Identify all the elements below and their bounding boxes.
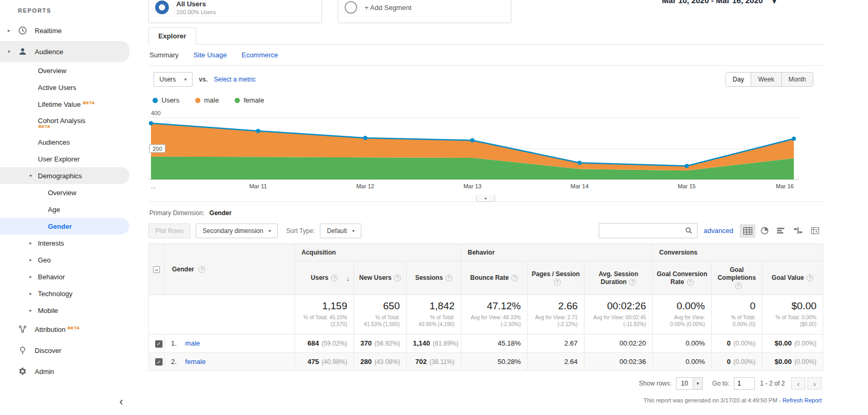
performance-view-icon[interactable] [773,224,789,238]
sidebar-item-audience[interactable]: ▾Audience [0,41,129,62]
select-metric-link[interactable]: Select a metric [214,76,256,83]
sidebar-item-lifetime-value[interactable]: Lifetime ValueBETA [0,96,137,113]
legend-item-users[interactable]: Users [153,96,179,104]
total-sessions: 1,842% of Total: 43.96% (4,190) [407,295,461,335]
sidebar-item-active-users[interactable]: Active Users [0,79,137,96]
chevron-right-icon[interactable]: ▸ [29,257,38,262]
segment-chip-all-users[interactable]: All Users 100.00% Users [148,0,322,23]
chevron-down-icon[interactable]: ▾ [5,49,13,54]
refresh-report-link[interactable]: Refresh Report [782,397,822,403]
comparison-view-icon[interactable] [790,224,806,238]
column-header-bounce-rate[interactable]: Bounce Rate? [461,261,528,295]
group-header-acquisition: Acquisition [295,244,461,261]
dimension-value-link[interactable]: male [185,339,200,347]
column-label: New Users [359,274,391,281]
column-header-goal-value[interactable]: Goal Value? [762,261,823,295]
chevron-down-icon[interactable]: ▾ [29,173,38,178]
help-icon[interactable]: ? [511,275,518,281]
column-header-pages-session[interactable]: Pages / Session? [528,261,584,295]
tab-explorer[interactable]: Explorer [148,27,196,45]
help-icon[interactable]: ? [806,275,813,281]
sidebar-item-geo[interactable]: ▸Geo [0,251,137,268]
search-input[interactable] [599,227,681,235]
help-icon[interactable]: ? [735,282,742,289]
sidebar-item-admin[interactable]: Admin [0,361,137,382]
metric-selector-dropdown[interactable]: Users ▾ [154,72,193,87]
sidebar-item-mobile[interactable]: ▸Mobile [0,302,137,319]
sidebar-collapse-button[interactable]: ‹ [119,396,123,408]
row-index: 1. [171,339,177,347]
granularity-month-button[interactable]: Month [781,73,813,86]
granularity-day-button[interactable]: Day [726,73,751,86]
help-icon[interactable]: ? [687,279,694,286]
chevron-right-icon[interactable]: ▸ [29,291,38,296]
goto-label: Go to: [712,380,730,387]
column-header-goal-conversion-rate[interactable]: Goal Conversion Rate? [653,261,712,295]
show-rows-value: 10 [677,380,693,387]
sidebar-item-technology[interactable]: ▸Technology [0,285,137,302]
chevron-right-icon[interactable]: ▸ [29,274,38,279]
sort-type-dropdown[interactable]: Default ▾ [320,224,361,238]
show-rows-select[interactable]: 10 ▼ [676,377,703,390]
column-header-sessions[interactable]: Sessions? [407,261,461,295]
total-avg-session-duration: 00:02:26Avg for View: 00:02:45 (-11.82%) [584,295,653,335]
legend-item-male[interactable]: male [195,96,219,104]
prev-page-button[interactable]: ‹ [791,377,805,390]
subtab-summary[interactable]: Summary [149,51,179,59]
dimension-value-link[interactable]: female [185,358,206,366]
subtab-ecommerce[interactable]: Ecommerce [241,51,278,59]
chevron-right-icon[interactable]: ▸ [29,308,38,313]
column-header-goal-completions[interactable]: Goal Completions? [712,261,762,295]
advanced-search-link[interactable]: advanced [704,227,733,235]
sidebar-item-cohort-analysis[interactable]: Cohort AnalysisBETA [0,113,137,134]
row-checkbox[interactable]: ✓ [155,340,163,348]
sidebar-item-behavior[interactable]: ▸Behavior [0,268,137,285]
goto-page-input[interactable] [734,377,755,390]
granularity-week-button[interactable]: Week [751,73,781,86]
help-icon[interactable]: ? [198,266,205,273]
table-view-icon[interactable] [740,224,755,238]
column-header-gender[interactable]: Gender ? [165,244,295,295]
sidebar-item-age[interactable]: Age [0,201,137,218]
sidebar-item-discover[interactable]: Discover [0,340,137,361]
primary-dimension-gender[interactable]: Gender [209,209,231,217]
cell-male-sessions: 1,140(61.89%) [407,335,461,353]
chevron-right-icon[interactable]: ▸ [5,28,13,33]
sidebar-item-audiences[interactable]: Audiences [0,134,137,150]
help-icon[interactable]: ? [554,279,561,286]
sidebar-item-attribution[interactable]: AttributionBETA [0,319,137,340]
column-header-avg-session-duration[interactable]: Avg. Session Duration? [584,261,653,295]
secondary-dimension-dropdown[interactable]: Secondary dimension ▾ [196,224,278,238]
help-icon[interactable]: ? [629,279,636,286]
chart-expander-button[interactable]: ▾ [476,195,495,202]
primary-dimension-label: Primary Dimension: [149,209,205,217]
date-range-picker[interactable]: Mar 10, 2020 - Mar 16, 2020 ▼ [662,0,778,5]
chevron-right-icon[interactable]: ▸ [29,240,38,246]
sidebar-item-realtime[interactable]: ▸Realtime [0,20,137,41]
help-icon[interactable]: ? [331,275,338,281]
cell-female-goal-value: $0.00(0.00%) [762,352,823,371]
page-range-label: 1 - 2 of 2 [760,380,785,387]
row-checkbox[interactable]: ✓ [155,358,163,366]
column-header-users[interactable]: Users?↓ [295,261,354,295]
sidebar-item-interests[interactable]: ▸Interests [0,235,137,251]
search-icon[interactable] [681,227,697,235]
next-page-button[interactable]: › [808,377,822,390]
percentage-view-icon[interactable] [756,224,772,238]
cell-male-avg-session-duration: 00:02:20 [584,335,653,353]
help-icon[interactable]: ? [394,275,401,281]
plot-rows-button[interactable]: Plot Rows [148,224,190,238]
help-icon[interactable]: ? [446,275,452,281]
select-all-checkbox[interactable]: – [153,266,160,273]
pivot-view-icon[interactable] [807,224,823,238]
chart-legend: Usersmalefemale [153,96,823,104]
legend-item-female[interactable]: female [235,96,264,104]
sidebar-item-demographics[interactable]: ▾Demographics [0,167,129,184]
sidebar-item-overview[interactable]: Overview [0,184,137,201]
add-segment-button[interactable]: + Add Segment [338,0,511,23]
column-header-new-users[interactable]: New Users? [354,261,407,295]
sidebar-item-overview[interactable]: Overview [0,62,137,79]
sidebar-item-gender[interactable]: Gender [0,218,129,235]
sidebar-item-user-explorer[interactable]: User Explorer [0,150,137,167]
subtab-site-usage[interactable]: Site Usage [194,51,227,59]
